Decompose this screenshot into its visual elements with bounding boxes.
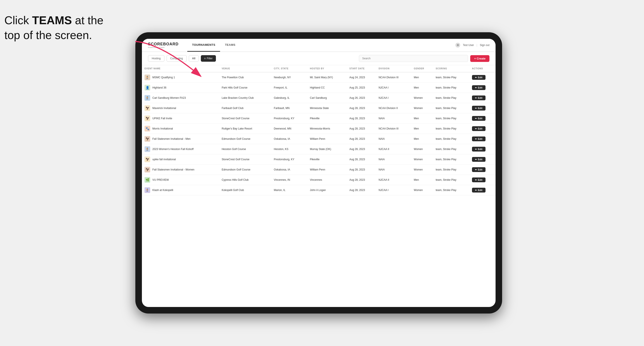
competing-button[interactable]: Competing: [166, 55, 187, 62]
table-header: EVENT NAME VENUE CITY, STATE HOSTED BY S…: [142, 65, 496, 72]
nav-bar: SCOREBOARD Powered by Clippit TOURNAMENT…: [142, 39, 496, 52]
cell-city: Deerwood, MN: [271, 124, 307, 134]
cell-event-name: 🦅 Fall Statesmen Invitational - Women: [142, 165, 219, 175]
tablet-screen: SCOREBOARD Powered by Clippit TOURNAMENT…: [142, 39, 496, 307]
cell-venue: The Powelton Club: [219, 72, 271, 83]
cell-division: NAIA: [376, 134, 411, 144]
cell-actions: Edit: [469, 72, 496, 83]
table-row: 🏌 Klash at Kokopelli Kokopelli Golf Club…: [142, 185, 496, 195]
cell-division: NAIA: [376, 113, 411, 124]
table-row: 🦅 UPIKE Fall Invite StoneCrest Golf Cour…: [142, 113, 496, 124]
cell-scoring: team, Stroke Play: [433, 113, 469, 124]
nav-teams[interactable]: TEAMS: [220, 39, 240, 52]
cell-actions: Edit: [469, 113, 496, 124]
cell-gender: Men: [411, 175, 433, 185]
edit-button[interactable]: Edit: [472, 85, 486, 90]
tablet-frame: SCOREBOARD Powered by Clippit TOURNAMENT…: [135, 32, 502, 314]
nav-tournaments[interactable]: TOURNAMENTS: [187, 39, 220, 52]
cell-venue: Edmundson Golf Course: [219, 134, 271, 144]
instruction-bold: TEAMS: [32, 14, 72, 27]
settings-icon[interactable]: ⚙: [456, 43, 460, 47]
cell-gender: Men: [411, 72, 433, 83]
cell-city: Prestonsburg, KY: [271, 113, 307, 124]
cell-division: NJCAA II: [376, 175, 411, 185]
cell-scoring: team, Stroke Play: [433, 175, 469, 185]
edit-button[interactable]: Edit: [472, 167, 486, 172]
edit-button[interactable]: Edit: [472, 96, 486, 100]
event-icon: 👤: [144, 85, 150, 90]
search-box: [359, 55, 468, 62]
cell-scoring: team, Stroke Play: [433, 103, 469, 113]
cell-division: NJCAA II: [376, 144, 411, 154]
sign-out-link[interactable]: Sign out: [480, 44, 490, 47]
instruction-text: Click TEAMS at thetop of the screen.: [4, 13, 104, 42]
cell-division: NJCAA I: [376, 185, 411, 195]
cell-gender: Women: [411, 93, 433, 103]
search-input[interactable]: [359, 55, 468, 62]
cell-division: NJCAA I: [376, 93, 411, 103]
cell-event-name: 🏌 2023 Women's Hesston Fall Kickoff: [142, 144, 219, 154]
edit-button[interactable]: Edit: [472, 147, 486, 152]
tournaments-table: EVENT NAME VENUE CITY, STATE HOSTED BY S…: [142, 65, 496, 195]
cell-date: Aug 28, 2023: [347, 185, 376, 195]
cell-scoring: team, Stroke Play: [433, 134, 469, 144]
edit-button[interactable]: Edit: [472, 116, 486, 121]
cell-venue: Kokopelli Golf Club: [219, 185, 271, 195]
cell-actions: Edit: [469, 165, 496, 175]
cell-division: NCAA Division II: [376, 103, 411, 113]
cell-actions: Edit: [469, 83, 496, 93]
cell-hosted: Mt. Saint Mary (NY): [307, 72, 347, 83]
cell-hosted: Pikeville: [307, 113, 347, 124]
event-icon: 🦅: [144, 136, 150, 142]
edit-button[interactable]: Edit: [472, 177, 486, 182]
cell-scoring: team, Stroke Play: [433, 124, 469, 134]
edit-button[interactable]: Edit: [472, 75, 486, 80]
nav-links: TOURNAMENTS TEAMS: [187, 39, 456, 52]
event-icon: 🏌: [144, 146, 150, 152]
cell-gender: Women: [411, 185, 433, 195]
edit-button[interactable]: Edit: [472, 188, 486, 192]
cell-event-name: 🦅 Fall Statesmen Invitational - Men: [142, 134, 219, 144]
table-row: 🌿 VU PREVIEW Cypress Hills Golf Club Vin…: [142, 175, 496, 185]
filter-button[interactable]: ≡ Filter: [201, 55, 216, 62]
event-icon: 🏌: [144, 95, 150, 101]
logo-area: SCOREBOARD Powered by Clippit: [148, 42, 178, 48]
col-date: START DATE: [347, 65, 376, 72]
cell-city: Galesburg, IL: [271, 93, 307, 103]
table-body: 🏌 MSMC Qualifying 1 The Powelton Club Ne…: [142, 72, 496, 195]
event-icon: 🦅: [144, 157, 150, 162]
create-button[interactable]: + Create: [470, 55, 490, 62]
event-icon: 🐾: [144, 126, 150, 132]
cell-scoring: team, Stroke Play: [433, 144, 469, 154]
cell-gender: Women: [411, 103, 433, 113]
cell-event-name: 🦅 upike fall invitational: [142, 154, 219, 165]
cell-gender: Men: [411, 83, 433, 93]
cell-city: Oskaloosa, IA: [271, 165, 307, 175]
hosting-button[interactable]: Hosting: [148, 55, 164, 62]
cell-gender: Men: [411, 113, 433, 124]
table-row: 🏌 Carl Sandburg Women FA23 Lake Bracken …: [142, 93, 496, 103]
all-button[interactable]: All: [189, 55, 199, 62]
edit-button[interactable]: Edit: [472, 137, 486, 141]
event-name-text: 2023 Women's Hesston Fall Kickoff: [152, 148, 194, 151]
cell-hosted: John A Logan: [307, 185, 347, 195]
cell-actions: Edit: [469, 124, 496, 134]
cell-event-name: 🦅 UPIKE Fall Invite: [142, 113, 219, 124]
cell-scoring: team, Stroke Play: [433, 185, 469, 195]
edit-button[interactable]: Edit: [472, 106, 486, 111]
nav-right: ⚙ Test User | Sign out: [456, 43, 490, 47]
edit-button[interactable]: Edit: [472, 126, 486, 131]
cell-hosted: Murray State (OK): [307, 144, 347, 154]
col-actions: ACTIONS: [469, 65, 496, 72]
cell-city: Oskaloosa, IA: [271, 134, 307, 144]
cell-venue: StoneCrest Golf Course: [219, 113, 271, 124]
cell-event-name: 🌿 VU PREVIEW: [142, 175, 219, 185]
col-venue: VENUE: [219, 65, 271, 72]
event-name-text: Morris Invitational: [152, 127, 173, 130]
logo-text: SCOREBOARD: [148, 42, 178, 46]
edit-button[interactable]: Edit: [472, 157, 486, 162]
cell-actions: Edit: [469, 154, 496, 165]
cell-date: Aug 28, 2023: [347, 103, 376, 113]
logo-sub: Powered by Clippit: [148, 46, 178, 48]
cell-hosted: Highland CC: [307, 83, 347, 93]
